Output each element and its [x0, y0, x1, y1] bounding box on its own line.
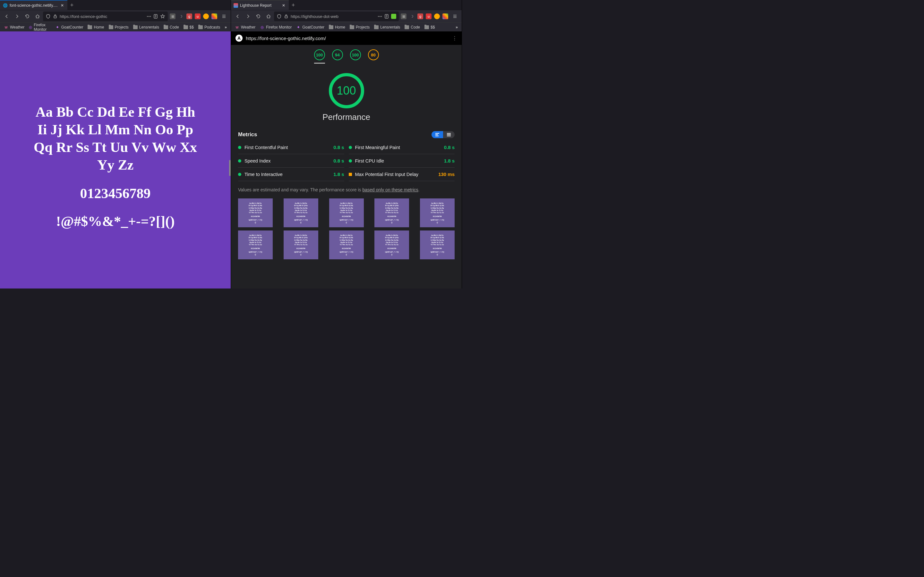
- ext-icon[interactable]: u: [195, 13, 200, 19]
- metrics-note-link[interactable]: based only on these metrics: [363, 187, 418, 192]
- bookmarks-overflow[interactable]: »: [223, 25, 229, 29]
- metric-row[interactable]: First Meaningful Paint0.8 s: [349, 141, 455, 154]
- metrics-header: Metrics: [231, 125, 462, 141]
- close-icon[interactable]: ✕: [281, 3, 286, 8]
- hamburger-menu-icon[interactable]: [450, 11, 460, 21]
- tab-active[interactable]: 🌐 font-science-gothic.netlify.com/ ✕: [0, 0, 67, 10]
- bookmark-code[interactable]: Code: [403, 24, 422, 30]
- page-content: Aa Bb Cc Dd Ee Ff Gg Hh Ii Jj Kk Ll Mm N…: [0, 31, 231, 288]
- bookmark-home[interactable]: Home: [86, 24, 106, 30]
- back-button[interactable]: [233, 11, 242, 21]
- forward-button[interactable]: [243, 11, 253, 21]
- bookmark-projects[interactable]: Projects: [348, 24, 372, 30]
- address-bar[interactable]: https://font-science-gothic •••: [43, 11, 168, 21]
- metric-row[interactable]: Max Potential First Input Delay130 ms: [349, 168, 455, 181]
- scrollbar[interactable]: [229, 160, 231, 176]
- shield-icon: [45, 14, 51, 19]
- score-nav-item[interactable]: 100: [350, 49, 361, 63]
- kebab-menu-icon[interactable]: ⋮: [452, 35, 457, 41]
- reload-button[interactable]: [254, 11, 263, 21]
- score-nav-item[interactable]: 80: [368, 49, 379, 63]
- bookmark-projects[interactable]: Projects: [107, 24, 131, 30]
- bookmark-money[interactable]: $$: [182, 24, 196, 30]
- score-nav-item[interactable]: 94: [332, 49, 343, 63]
- metrics-view-toggle[interactable]: [431, 131, 455, 138]
- filmstrip-frame[interactable]: Aa Bb Cc Dd EeFf Gg Hh Ii Jj KkLl Mm Nn …: [284, 198, 318, 227]
- page-actions[interactable]: •••: [378, 14, 382, 19]
- filmstrip-frame[interactable]: Aa Bb Cc Dd EeFf Gg Hh Ii Jj KkLl Mm Nn …: [238, 230, 273, 259]
- bookmark-home[interactable]: Home: [327, 24, 347, 30]
- status-dot-icon: [238, 173, 241, 176]
- filmstrip-frame[interactable]: Aa Bb Cc Dd EeFf Gg Hh Ii Jj KkLl Mm Nn …: [284, 230, 318, 259]
- metric-row[interactable]: Speed Index0.8 s: [238, 154, 344, 168]
- svg-rect-2: [285, 16, 288, 18]
- filmstrip-frame[interactable]: Aa Bb Cc Dd EeFf Gg Hh Ii Jj KkLl Mm Nn …: [375, 198, 409, 227]
- ext-icon[interactable]: [434, 13, 440, 19]
- url-text: https://lighthouse-dot-web: [291, 14, 338, 19]
- bookmark-firefox-monitor[interactable]: ◎Firefox Monitor: [27, 22, 53, 32]
- lock-icon: [53, 14, 58, 19]
- ext-icon[interactable]: [203, 13, 209, 19]
- lighthouse-logo-icon: A: [236, 35, 242, 42]
- ext-icon[interactable]: [443, 13, 448, 19]
- specimen-symbols: !@#$%&*_+-=?[](): [56, 213, 175, 229]
- score-nav: 100 94 100 80: [231, 45, 462, 67]
- ext-icon[interactable]: ⊞: [401, 13, 407, 19]
- bookmark-lensrentals[interactable]: Lensrentals: [372, 24, 402, 30]
- filmstrip-frame[interactable]: Aa Bb Cc Dd EeFf Gg Hh Ii Jj KkLl Mm Nn …: [238, 198, 273, 227]
- hamburger-menu-icon[interactable]: [219, 11, 229, 21]
- address-bar[interactable]: https://lighthouse-dot-web •••: [274, 11, 399, 21]
- filmstrip: Aa Bb Cc Dd EeFf Gg Hh Ii Jj KkLl Mm Nn …: [231, 198, 462, 263]
- view-toggle-compact-icon[interactable]: [443, 131, 455, 138]
- reader-icon[interactable]: [153, 14, 158, 19]
- bookmark-weather[interactable]: wWeather: [2, 24, 26, 30]
- score-performance: 100: [314, 49, 325, 60]
- ext-tab-icon[interactable]: [391, 14, 396, 19]
- bookmarks-overflow[interactable]: »: [454, 25, 460, 29]
- bookmark-lensrentals[interactable]: Lensrentals: [131, 24, 161, 30]
- metric-row[interactable]: First CPU Idle1.8 s: [349, 154, 455, 168]
- close-icon[interactable]: ✕: [60, 3, 65, 8]
- bookmark-podcasts[interactable]: Podcasts: [196, 24, 222, 30]
- tab-strip: 🌐 font-science-gothic.netlify.com/ ✕ +: [0, 0, 231, 10]
- view-toggle-expanded-icon[interactable]: [431, 131, 443, 138]
- tab-active[interactable]: Lighthouse Report ✕: [231, 0, 289, 10]
- bookmark-goatcounter[interactable]: ✦GoatCounter: [53, 24, 86, 30]
- home-button[interactable]: [33, 11, 42, 21]
- reload-button[interactable]: [23, 11, 32, 21]
- bookmark-money[interactable]: $$: [423, 24, 437, 30]
- new-tab-button[interactable]: +: [67, 1, 76, 10]
- bookmark-firefox-monitor[interactable]: ◎Firefox Monitor: [258, 24, 294, 30]
- score-nav-item[interactable]: 100: [314, 49, 325, 63]
- metric-row[interactable]: Time to Interactive1.8 s: [238, 168, 344, 181]
- bookmark-weather[interactable]: wWeather: [233, 24, 257, 30]
- status-dot-icon: [349, 146, 352, 149]
- ext-icon[interactable]: ☽: [178, 13, 184, 19]
- bookmark-code[interactable]: Code: [162, 24, 181, 30]
- forward-button[interactable]: [12, 11, 22, 21]
- ext-icon[interactable]: g: [186, 13, 192, 19]
- page-actions[interactable]: •••: [147, 14, 151, 19]
- ext-icon[interactable]: ⊞: [170, 13, 176, 19]
- ext-icon[interactable]: ☽: [409, 13, 415, 19]
- filmstrip-frame[interactable]: Aa Bb Cc Dd EeFf Gg Hh Ii Jj KkLl Mm Nn …: [375, 230, 409, 259]
- report-header: A https://font-science-gothic.netlify.co…: [231, 31, 462, 45]
- specimen-numbers: 0123456789: [80, 185, 151, 201]
- filmstrip-row: Aa Bb Cc Dd EeFf Gg Hh Ii Jj KkLl Mm Nn …: [238, 198, 455, 227]
- filmstrip-frame[interactable]: Aa Bb Cc Dd EeFf Gg Hh Ii Jj KkLl Mm Nn …: [329, 230, 364, 259]
- monitor-icon: ◎: [29, 25, 32, 29]
- ext-icon[interactable]: g: [417, 13, 423, 19]
- bookmark-goatcounter[interactable]: ✦GoatCounter: [294, 24, 326, 30]
- filmstrip-frame[interactable]: Aa Bb Cc Dd EeFf Gg Hh Ii Jj KkLl Mm Nn …: [420, 230, 455, 259]
- bookmark-star-icon[interactable]: [160, 14, 165, 19]
- new-tab-button[interactable]: +: [289, 1, 298, 10]
- ext-icon[interactable]: u: [426, 13, 431, 19]
- ext-icon[interactable]: [212, 13, 217, 19]
- filmstrip-frame[interactable]: Aa Bb Cc Dd EeFf Gg Hh Ii Jj KkLl Mm Nn …: [420, 198, 455, 227]
- reader-icon[interactable]: [384, 14, 389, 19]
- filmstrip-frame[interactable]: Aa Bb Cc Dd EeFf Gg Hh Ii Jj KkLl Mm Nn …: [329, 198, 364, 227]
- home-button[interactable]: [264, 11, 273, 21]
- tab-title: Lighthouse Report: [240, 3, 279, 8]
- back-button[interactable]: [2, 11, 11, 21]
- metric-row[interactable]: First Contentful Paint0.8 s: [238, 141, 344, 154]
